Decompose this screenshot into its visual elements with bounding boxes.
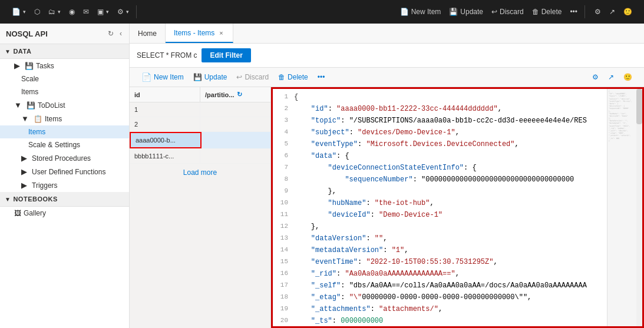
main-layout: NOSQL API ↻ ‹ ▼ DATA ▶ 💾 Tasks Scale Ite…: [0, 24, 644, 328]
row-bbbb-partition: [200, 149, 270, 163]
notebooks-section-header[interactable]: ▼ NOTEBOOKS: [0, 192, 129, 207]
tasks-label: Tasks: [36, 62, 54, 70]
sidebar-item-tasks[interactable]: ▶ 💾 Tasks: [0, 59, 129, 72]
toolbar-external-btn[interactable]: ↗: [606, 5, 619, 18]
filter-bar: SELECT * FROM c Edit Filter: [130, 44, 644, 68]
sidebar-collapse-btn[interactable]: ‹: [118, 28, 123, 39]
more-btn[interactable]: •••: [566, 5, 581, 18]
json-editor[interactable]: 1{2 "id": "aaaa0000-bb11-2222-33cc-44444…: [273, 89, 642, 326]
sidebar-item-scale[interactable]: Scale: [0, 72, 129, 85]
new-item-action-btn[interactable]: 📄 New Item: [137, 70, 189, 84]
discard-icon: ↩: [491, 8, 497, 16]
data-section-header[interactable]: ▼ DATA: [0, 44, 129, 59]
stored-procedures-icon: ▶: [21, 154, 27, 163]
table-row[interactable]: 2: [130, 117, 270, 132]
sidebar-item-triggers[interactable]: ▶ Triggers: [0, 178, 129, 192]
connections-btn[interactable]: ⬡: [31, 5, 44, 18]
sidebar: NOSQL API ↻ ‹ ▼ DATA ▶ 💾 Tasks Scale Ite…: [0, 24, 130, 328]
tab-items-close[interactable]: ×: [218, 29, 224, 37]
sidebar-header-icons: ↻ ‹: [107, 28, 123, 39]
line-number: 2: [273, 104, 294, 114]
top-toolbar: 📄 ▾ ⬡ 🗂 ▾ ◉ ✉ ▣ ▾ ⚙ ▾ 📄 New Item: [0, 0, 644, 24]
sidebar-item-udf[interactable]: ▶ User Defined Functions: [0, 165, 129, 178]
sidebar-item-todolist[interactable]: ▼ 💾 ToDoList: [0, 98, 129, 112]
sidebar-item-scale-settings[interactable]: Scale & Settings: [0, 138, 129, 151]
content-area: Home Items - Items × SELECT * FROM c Edi…: [130, 24, 644, 328]
json-pane: 1{2 "id": "aaaa0000-bb11-2222-33cc-44444…: [271, 87, 644, 328]
line-number: 11: [273, 210, 294, 220]
json-line: 10 "hubName": "the-iot-hub",: [273, 197, 642, 209]
update-action-icon: 💾: [193, 73, 202, 81]
sidebar-item-stored-procedures[interactable]: ▶ Stored Procedures: [0, 151, 129, 165]
tab-items-label: Items - Items: [174, 29, 214, 37]
toolbar-settings-btn[interactable]: ⚙: [591, 5, 605, 18]
explorer-icon: 🗂: [48, 8, 55, 16]
discard-action-btn[interactable]: ↩ Discard: [232, 71, 273, 84]
row1-id: 1: [130, 102, 200, 117]
file-btn[interactable]: 📄 ▾: [8, 5, 29, 18]
share-action-btn[interactable]: ↗: [603, 71, 619, 84]
line-number: 6: [273, 151, 294, 161]
col-id-label: id: [134, 91, 140, 98]
update-btn[interactable]: 💾 Update: [445, 5, 487, 18]
resource-btn[interactable]: ▣ ▾: [94, 5, 113, 18]
more-action-btn[interactable]: •••: [313, 71, 330, 84]
line-content: "deviceConnectionStateEventInfo": {: [294, 163, 642, 173]
sidebar-item-todolist-items[interactable]: ▼ 📋 Items: [0, 112, 129, 125]
edit-filter-btn[interactable]: Edit Filter: [202, 48, 250, 62]
sidebar-item-items-top[interactable]: Items: [0, 85, 129, 98]
new-item-btn[interactable]: 📄 New Item: [397, 5, 445, 18]
file-icon: 📄: [12, 8, 21, 16]
sidebar-item-items-child[interactable]: Items: [0, 125, 129, 138]
sidebar-item-gallery[interactable]: 🖼 Gallery: [0, 207, 129, 220]
feedback-icon: ✉: [83, 8, 89, 16]
update-action-btn[interactable]: 💾 Update: [189, 71, 232, 84]
line-content: "_ts": 0000000000: [294, 316, 642, 326]
json-line: 18 "_etag": "\"00000000-0000-0000-0000-0…: [273, 291, 642, 303]
table-row[interactable]: 1: [130, 102, 270, 117]
gallery-icon: 🖼: [14, 209, 21, 217]
tab-home[interactable]: Home: [130, 24, 166, 43]
line-content: "id": "aaaa0000-bb11-2222-33cc-444444ddd…: [294, 104, 642, 114]
line-number: 20: [273, 316, 294, 326]
smiley-action-btn[interactable]: 🙂: [619, 71, 637, 84]
settings-action-btn[interactable]: ⚙: [587, 71, 603, 84]
new-item-action-icon: 📄: [141, 72, 151, 82]
table-row-selected[interactable]: aaaa0000-b...: [130, 132, 270, 149]
items-child-label: Items: [28, 128, 45, 136]
line-number: 13: [273, 233, 294, 243]
discard-btn[interactable]: ↩ Discard: [488, 5, 527, 18]
connections-icon: ⬡: [34, 8, 40, 16]
line-content: "_self": "dbs/Aa0AA==/colls/Aa0aAA0a0aAA…: [294, 280, 642, 291]
resource-chevron: ▾: [106, 9, 109, 15]
github-btn[interactable]: ◉: [65, 5, 78, 18]
new-item-icon: 📄: [400, 8, 409, 16]
scrollbar-track[interactable]: [636, 89, 642, 326]
line-content: "_etag": "\"00000000-0000-0000-0000-0000…: [294, 292, 642, 303]
delete-action-btn[interactable]: 🗑 Delete: [273, 71, 313, 84]
delete-btn[interactable]: 🗑 Delete: [529, 5, 566, 18]
line-content: },: [294, 221, 642, 232]
sidebar-refresh-btn[interactable]: ↻: [107, 28, 115, 39]
update-icon: 💾: [449, 8, 458, 16]
json-line: 4 "subject": "devices/Demo-Device-1",: [273, 127, 642, 138]
json-line: 13 "dataVersion": "",: [273, 233, 642, 244]
todolist-items-icon: 📋: [34, 115, 42, 123]
load-more-btn[interactable]: Load more: [130, 164, 270, 181]
toolbar-smiley-btn[interactable]: 🙂: [620, 5, 636, 18]
line-content: "_rid": "Aa0Aa0a0aAAAAAAAAAAAAA==",: [294, 269, 642, 279]
todolist-label: ToDoList: [38, 101, 65, 110]
feedback-btn[interactable]: ✉: [80, 5, 93, 18]
scrollbar-thumb[interactable]: [636, 89, 642, 124]
todolist-disk-icon: 💾: [27, 101, 35, 110]
line-number: 14: [273, 245, 294, 255]
refresh-icon[interactable]: ↻: [237, 91, 242, 98]
line-content: "eventTime": "2022-10-15T00:55:30.753129…: [294, 257, 642, 267]
table-row[interactable]: bbbb1111-c...: [130, 149, 270, 164]
smiley-action-icon: 🙂: [623, 73, 632, 81]
utility-group: ⚙ ↗ 🙂: [587, 5, 639, 18]
settings-btn[interactable]: ⚙ ▾: [114, 5, 133, 18]
row2-partition: [200, 117, 270, 131]
explorer-btn[interactable]: 🗂 ▾: [45, 5, 64, 18]
tab-items[interactable]: Items - Items ×: [166, 24, 233, 43]
